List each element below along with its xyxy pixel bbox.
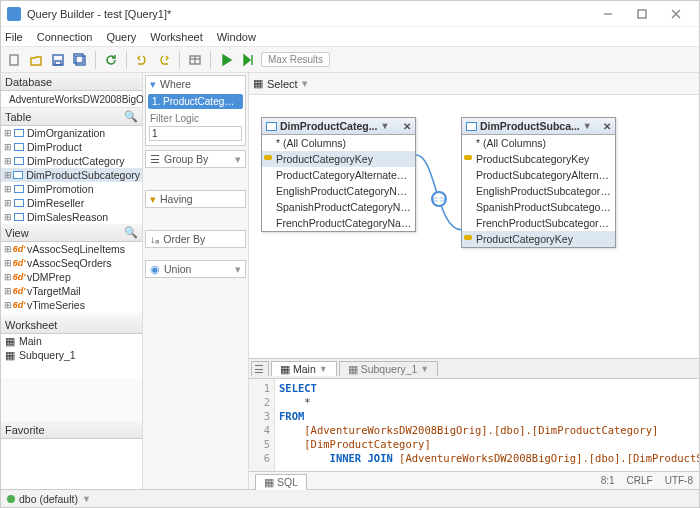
refresh-icon[interactable]	[102, 51, 120, 69]
expand-icon[interactable]: ⊞	[3, 272, 13, 282]
run-step-icon[interactable]	[239, 51, 257, 69]
database-selector[interactable]: AdventureWorksDW2008BigOri...	[1, 91, 142, 108]
expand-icon[interactable]: ⊞	[3, 286, 13, 296]
view-row[interactable]: ⊞6d'vDMPrep	[1, 270, 142, 284]
search-icon[interactable]: 🔍	[124, 110, 138, 123]
diagram-canvas[interactable]: DimProductCateg...▼✕ * (All Columns) Pro…	[249, 95, 699, 358]
worksheet-tree[interactable]: ▦Main ▦Subquery_1	[1, 334, 142, 378]
view-row[interactable]: ⊞6d'vTargetMail	[1, 284, 142, 298]
menu-file[interactable]: File	[5, 31, 23, 43]
column-row[interactable]: FrenchProductSubcategoryN...	[462, 215, 615, 231]
close-button[interactable]	[659, 3, 693, 25]
join-icon[interactable]: ⊂⊃	[431, 191, 447, 207]
chevron-down-icon[interactable]: ▾	[302, 77, 308, 90]
schema-selector[interactable]: dbo (default)	[19, 493, 78, 505]
table-row-selected[interactable]: ⊞DimProductSubcategory	[1, 168, 142, 182]
table-row[interactable]: ⊞DimProductCategory	[1, 154, 142, 168]
maximize-button[interactable]	[625, 3, 659, 25]
table-row[interactable]: ⊞DimSalesReason	[1, 210, 142, 224]
view-row[interactable]: ⊞6d'vAssocSeqLineItems	[1, 242, 142, 256]
table-icon[interactable]	[186, 51, 204, 69]
chevron-down-icon[interactable]: ▾	[235, 153, 241, 165]
table-row[interactable]: ⊞DimProduct	[1, 140, 142, 154]
union-clause[interactable]: ◉Union▾	[145, 260, 246, 278]
menu-connection[interactable]: Connection	[37, 31, 93, 43]
column-row[interactable]: * (All Columns)	[462, 135, 615, 151]
save-all-icon[interactable]	[71, 51, 89, 69]
minimize-button[interactable]	[591, 3, 625, 25]
worksheet-item[interactable]: ▦Main	[1, 334, 142, 348]
sql-tab[interactable]: ▦SQL	[255, 474, 307, 490]
chevron-down-icon[interactable]: ▼	[380, 121, 389, 131]
close-icon[interactable]: ✕	[403, 121, 411, 132]
filter-icon: ▾	[150, 78, 156, 90]
expand-icon[interactable]: ⊞	[3, 244, 13, 254]
save-icon[interactable]	[49, 51, 67, 69]
where-condition[interactable]: 1. ProductCategoryKey =...	[148, 94, 243, 109]
search-icon[interactable]: 🔍	[124, 226, 138, 239]
close-icon[interactable]: ✕	[603, 121, 611, 132]
view-tree[interactable]: ⊞6d'vAssocSeqLineItems ⊞6d'vAssocSeqOrde…	[1, 242, 142, 312]
chevron-down-icon[interactable]: ▼	[82, 494, 91, 504]
sql-code[interactable]: SELECT * FROM [AdventureWorksDW2008BigOr…	[275, 379, 699, 471]
table-window-header[interactable]: DimProductCateg...▼✕	[262, 118, 415, 135]
group-by-clause[interactable]: ☰Group By▾	[145, 150, 246, 168]
expand-icon[interactable]: ⊞	[3, 156, 13, 166]
table-row[interactable]: ⊞DimPromotion	[1, 182, 142, 196]
tab-subquery[interactable]: ▦Subquery_1▼	[339, 361, 439, 376]
chevron-down-icon[interactable]: ▼	[583, 121, 592, 131]
view-row[interactable]: ⊞6d'vAssocSeqOrders	[1, 256, 142, 270]
open-icon[interactable]	[27, 51, 45, 69]
expand-icon[interactable]: ⊞	[3, 128, 13, 138]
expand-icon[interactable]: ⊞	[3, 170, 13, 180]
sql-tab-label: SQL	[277, 476, 298, 488]
expand-icon[interactable]: ⊞	[3, 142, 13, 152]
expand-icon[interactable]: ⊞	[3, 258, 13, 268]
view-row[interactable]: ⊞6d'vTimeSeries	[1, 298, 142, 312]
table-row[interactable]: ⊞DimOrganization	[1, 126, 142, 140]
new-icon[interactable]	[5, 51, 23, 69]
column-row[interactable]: SpanishProductCategoryName	[262, 199, 415, 215]
menu-window[interactable]: Window	[217, 31, 256, 43]
column-row-key[interactable]: ProductCategoryKey	[262, 151, 415, 167]
chevron-down-icon[interactable]: ▾	[235, 263, 241, 275]
tabs-menu-icon[interactable]: ☰	[251, 361, 269, 376]
where-clause[interactable]: ▾Where 1. ProductCategoryKey =... Filter…	[145, 75, 246, 146]
column-row[interactable]: * (All Columns)	[262, 135, 415, 151]
column-row-key[interactable]: ProductCategoryKey	[462, 231, 615, 247]
menu-query[interactable]: Query	[106, 31, 136, 43]
table-window-1[interactable]: DimProductCateg...▼✕ * (All Columns) Pro…	[261, 117, 416, 232]
view-name: vTargetMail	[27, 285, 81, 297]
table-window-2[interactable]: DimProductSubca...▼✕ * (All Columns) Pro…	[461, 117, 616, 248]
having-clause[interactable]: ▾Having	[145, 190, 246, 208]
table-title: DimProductCateg...	[280, 120, 377, 132]
expand-icon[interactable]: ⊞	[3, 300, 13, 310]
filter-logic-input[interactable]: 1	[149, 126, 242, 141]
expand-icon[interactable]: ⊞	[3, 184, 13, 194]
expand-icon[interactable]: ⊞	[3, 212, 13, 222]
worksheet-item[interactable]: ▦Subquery_1	[1, 348, 142, 362]
table-tree[interactable]: ⊞DimOrganization ⊞DimProduct ⊞DimProduct…	[1, 126, 142, 224]
column-row-key[interactable]: ProductSubcategoryKey	[462, 151, 615, 167]
where-header[interactable]: ▾Where	[146, 76, 245, 92]
run-icon[interactable]	[217, 51, 235, 69]
column-row[interactable]: ProductCategoryAlternateKey	[262, 167, 415, 183]
undo-icon[interactable]	[133, 51, 151, 69]
redo-icon[interactable]	[155, 51, 173, 69]
column-row[interactable]: EnglishProductSubcategoryN...	[462, 183, 615, 199]
column-row[interactable]: ProductSubcategoryAlternat...	[462, 167, 615, 183]
expand-icon[interactable]: ⊞	[3, 198, 13, 208]
chevron-down-icon[interactable]: ▼	[420, 364, 429, 374]
table-window-header[interactable]: DimProductSubca...▼✕	[462, 118, 615, 135]
column-row[interactable]: SpanishProductSubcategoryN...	[462, 199, 615, 215]
column-row[interactable]: FrenchProductCategoryName	[262, 215, 415, 231]
order-by-clause[interactable]: ↓ₐOrder By	[145, 230, 246, 248]
tab-main[interactable]: ▦Main▼	[271, 361, 337, 376]
max-results-field[interactable]: Max Results	[261, 52, 330, 67]
column-row[interactable]: EnglishProductCategoryName	[262, 183, 415, 199]
menu-worksheet[interactable]: Worksheet	[150, 31, 202, 43]
table-row[interactable]: ⊞DimReseller	[1, 196, 142, 210]
table-header-label: Table	[5, 111, 31, 123]
chevron-down-icon[interactable]: ▼	[319, 364, 328, 374]
sql-editor[interactable]: 123456 SELECT * FROM [AdventureWorksDW20…	[249, 379, 699, 471]
